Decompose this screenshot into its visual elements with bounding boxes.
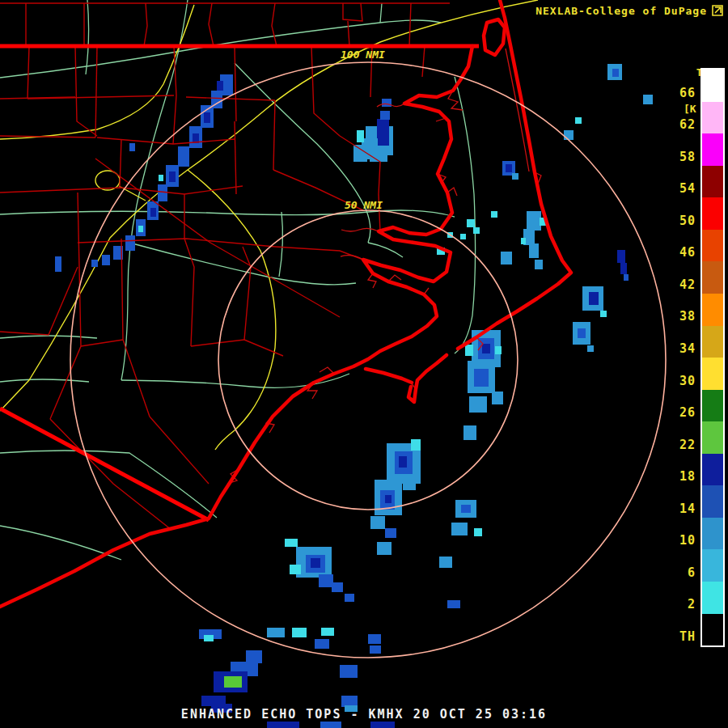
echo-cell xyxy=(624,274,629,281)
colorbar-block xyxy=(702,485,723,518)
echo-cell xyxy=(267,722,299,728)
colorbar-tick-label: 58 xyxy=(679,150,696,164)
echo-cell xyxy=(55,256,61,272)
echo-cell xyxy=(285,539,298,547)
echo-cell xyxy=(439,557,452,568)
colorbar-tick-label: 18 xyxy=(679,469,696,484)
echo-cell xyxy=(506,164,512,172)
echo-cell xyxy=(138,226,143,232)
echo-cell xyxy=(385,528,396,538)
echo-cell xyxy=(315,639,329,649)
echo-cell xyxy=(617,250,625,263)
echo-cell xyxy=(382,99,392,107)
echo-cell xyxy=(527,211,541,231)
echo-cell xyxy=(204,635,214,641)
echo-cell xyxy=(399,456,407,468)
credit-text: NEXLAB-College of DuPage xyxy=(535,5,707,17)
colorbar-tick-label: 54 xyxy=(679,181,696,196)
echo-cell xyxy=(129,143,135,151)
echo-cell xyxy=(217,81,223,91)
colorbar-tick-label: 46 xyxy=(679,245,696,260)
colorbar-tick-label: 6 xyxy=(688,565,696,580)
echo-cell xyxy=(578,328,586,338)
echo-cell xyxy=(447,600,460,608)
echo-cell xyxy=(159,175,163,181)
echo-cell xyxy=(492,392,503,404)
colorbar-block xyxy=(702,454,723,486)
echo-cell xyxy=(169,171,176,182)
echo-cell xyxy=(357,130,364,142)
echo-cell xyxy=(370,645,381,654)
echo-cell xyxy=(380,111,390,120)
echo-cell xyxy=(469,396,487,413)
echo-cell xyxy=(91,260,98,267)
echo-cell xyxy=(377,542,392,555)
echo-cell xyxy=(529,243,539,258)
echo-cell xyxy=(467,219,475,227)
colorbar-block xyxy=(702,166,723,198)
echo-cell xyxy=(158,184,167,201)
echo-cell xyxy=(521,238,526,244)
colorbar-tick-label: 22 xyxy=(679,438,696,452)
radar-display: 100 NMI50 NMI NEXLAB-College of DuPage T… xyxy=(0,0,728,728)
echo-cell xyxy=(320,722,341,728)
echo-cell xyxy=(643,95,653,104)
colorbar-tick-label: 26 xyxy=(679,405,696,420)
colorbar-labels: 66625854504642383430262218141062TH xyxy=(670,68,697,647)
colorbar-block xyxy=(702,358,723,390)
colorbar-block xyxy=(702,261,723,294)
echo-cell xyxy=(463,425,476,440)
colorbar-block xyxy=(702,294,723,326)
echo-cell xyxy=(495,346,502,354)
echo-cell xyxy=(474,528,482,536)
radar-map: 100 NMI50 NMI xyxy=(0,0,728,728)
echo-cell xyxy=(370,516,385,529)
echo-cell xyxy=(204,112,210,123)
echo-cell xyxy=(600,311,607,317)
colorbar-tick-label: 62 xyxy=(679,117,696,132)
echo-cell xyxy=(370,722,395,728)
echo-cell xyxy=(292,628,307,637)
colorbar-tick-label: 30 xyxy=(679,374,696,388)
colorbar-block xyxy=(702,102,723,134)
colorbar xyxy=(700,68,725,647)
colorbar-tick-label: 38 xyxy=(679,309,696,324)
colorbar-block xyxy=(702,133,723,166)
echo-cell xyxy=(377,119,389,146)
colorbar-block xyxy=(702,518,723,550)
echo-cell xyxy=(321,628,334,636)
echo-cell xyxy=(612,69,619,77)
echo-cell xyxy=(341,696,358,707)
echo-cell xyxy=(385,495,392,503)
echo-cell xyxy=(460,234,466,239)
echo-cell xyxy=(411,439,421,451)
colorbar-block xyxy=(702,421,723,454)
echo-cell xyxy=(267,628,285,637)
colorbar-tick-label: 66 xyxy=(679,86,696,100)
colorbar-tick-label: 42 xyxy=(679,277,696,292)
range-ring-label: 100 NMI xyxy=(341,49,385,61)
echo-cell xyxy=(368,634,381,644)
colorbar-tick-label: 10 xyxy=(679,533,696,548)
product-caption: ENHANCED ECHO TOPS - KMHX 20 OCT 25 03:1… xyxy=(0,707,728,722)
colorbar-block xyxy=(702,70,723,102)
colorbar-block xyxy=(702,582,723,614)
echo-cell xyxy=(403,476,416,490)
echo-cell xyxy=(535,260,543,269)
echo-cell xyxy=(564,130,574,140)
echo-cell xyxy=(620,263,627,274)
echo-cell xyxy=(473,227,480,234)
echo-cell xyxy=(451,523,468,535)
echo-cell xyxy=(474,369,489,387)
colorbar-tick-label: TH xyxy=(679,629,696,644)
colorbar-block xyxy=(702,390,723,422)
echo-cell xyxy=(102,255,110,265)
colorbar-tick-label: 34 xyxy=(679,341,696,356)
colorbar-block xyxy=(702,197,723,230)
echo-cell xyxy=(332,582,343,592)
arrow-box-icon xyxy=(711,4,724,17)
echo-cell xyxy=(353,145,367,162)
echo-cell xyxy=(345,594,354,602)
echo-cell xyxy=(290,565,301,574)
echo-cell xyxy=(125,235,135,251)
